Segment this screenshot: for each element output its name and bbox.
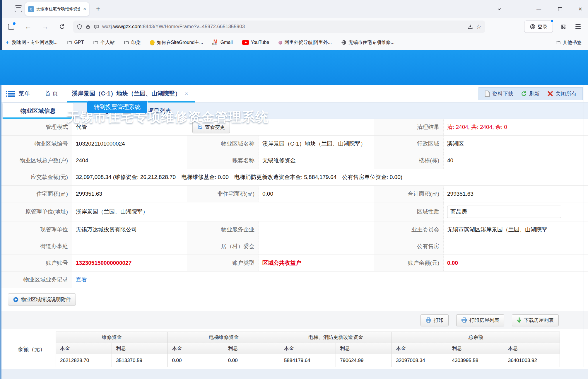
menu-hamburger-icon[interactable] [573,21,583,32]
close-all-x-icon [547,91,553,97]
balance-cell: 5884179.64 [280,354,336,367]
youtube-icon [242,40,249,45]
field-label: 清理结果 [374,119,444,135]
folder-icon [124,40,129,45]
field-label: 物业区域名称 [187,136,259,152]
close-window-button[interactable]: × [574,4,587,14]
printer-icon [425,317,431,323]
tab-title: 无锡市住宅专项维修资金管理系 [36,6,80,12]
field-label: 楼栋(栋) [374,152,444,169]
page-bottom-strip [0,369,588,379]
browser-tab[interactable]: 0 无锡市住宅专项维修资金管理系 × [25,2,89,16]
balance-section: 余额（元） 维修资金 电梯维修资金 电梯、消防更新改造资金 总余额 本金 利息 … [1,330,588,370]
bookmark-speedtest[interactable]: 测速网 - 专业网速测... [5,40,58,46]
column-header: 本金 [56,343,112,354]
list-tabs-chevron-icon[interactable] [493,4,506,14]
bookmark-alibaba[interactable]: 阿里外贸导航|阿里外... [278,40,332,46]
field-label: 应交款金额(元) [1,169,72,185]
print-house-list-button[interactable]: 打印房屋列表 [456,314,504,326]
actions-band: 打印 打印房屋列表 下载房屋列表 [1,311,588,329]
bookmark-siteground[interactable]: 如何在SiteGround主... [150,40,203,46]
back-icon[interactable]: ← [23,21,33,32]
field-value [259,221,374,238]
menu-hamburger-blue-icon[interactable] [6,90,15,97]
shield-icon[interactable] [77,24,82,30]
field-label: 街道办事处 [1,238,72,255]
bookmark-star-icon[interactable]: ☆ [476,23,481,30]
new-tab-button[interactable]: + [93,4,103,14]
other-bookmarks[interactable]: 其他书签 [555,35,582,50]
refresh-icon [521,91,527,97]
account-button[interactable]: 登录 [524,21,553,33]
minimize-button[interactable]: — [532,4,545,14]
vote-system-button[interactable]: 转到投票管理系统 [87,100,148,113]
field-value [259,238,374,255]
field-label: 非住宅面积(㎡) [187,186,259,202]
group-header: 电梯维修资金 [168,332,280,343]
tab-favicon-icon: 0 [28,6,34,12]
print-button[interactable]: 打印 [421,314,449,326]
sidebar-icon[interactable] [6,21,16,32]
firefox-view-icon[interactable] [15,5,22,12]
form-row-area-code: 物业区域编号 1032021101000024 物业区域名称 溪岸景园（C-1）… [1,136,588,152]
bookmark-gmail[interactable]: M100+ Gmail [213,40,233,45]
forward-icon[interactable]: → [40,21,50,32]
close-all-button[interactable]: 关闭所有 [547,90,577,97]
group-header: 总余额 [392,332,560,343]
home-tab[interactable]: 首 页 [45,90,58,98]
bookmark-wuxi-fund[interactable]: 无锡市住宅专项维修... [341,40,394,46]
app-header: WPM 无锡市住宅专项维修资金管理系统 转到投票管理系统 平台版本[tags]:… [0,50,588,85]
balance-cell: 36401003.92 [504,354,560,367]
window-left-edge [0,0,2,50]
globe-icon [341,40,346,45]
bookmark-folder-dyeing[interactable]: 印染 [124,40,141,46]
field-value: 299351.63 [444,186,588,202]
area-nature-input[interactable] [447,206,561,218]
reload-icon[interactable] [57,21,67,32]
content-left-edge [0,85,1,379]
bookmarks-bar: 测速网 - 专业网速测... GPT 个人站 印染 如何在SiteGround主… [0,35,588,50]
balance-table: 维修资金 电梯维修资金 电梯、消防更新改造资金 总余额 本金 利息 本金 利息 … [56,332,560,367]
menu-label[interactable]: 菜单 [18,90,30,98]
maximize-button[interactable] [553,4,566,14]
download-materials-button[interactable]: 资料下载 [485,90,513,97]
field-value: 40 [444,152,588,169]
tab-close-icon[interactable]: × [83,6,86,12]
area-info-panel: 管理模式 代管 查看变更 清理结果 清: 2404, 共: 2404, 余: 0… [1,119,588,379]
column-header: 本金 [280,343,336,354]
download-house-list-button[interactable]: 下载房屋列表 [512,314,559,326]
tab-area-info[interactable]: 物业区域信息 [2,103,74,119]
account-number-link[interactable]: 132305150000000027 [76,260,131,266]
view-records-link[interactable]: 查看 [76,276,87,284]
form-row-business-records: 物业区域业务记录 查看 [1,272,588,288]
field-label: 现管理单位 [1,221,72,238]
bulb-icon [150,40,155,45]
refresh-button[interactable]: 刷新 [521,90,540,97]
extensions-icon[interactable] [558,21,569,32]
balance-sub-header-row: 本金 利息 本金 利息 本金 利息 本金 利息 本息 [56,343,560,354]
url-bar[interactable]: wxzj.wxwgzx.com:8443/YW/Home/Frame?v=459… [73,21,485,33]
field-value: 1032021101000024 [72,136,187,152]
account-icon [530,24,536,30]
field-label: 物业区域业务记录 [1,272,72,288]
balance-group-header-row: 维修资金 电梯维修资金 电梯、消防更新改造资金 总余额 [56,332,560,343]
balance-cell: 3513370.59 [112,354,168,367]
bookmark-folder-gpt[interactable]: GPT [67,40,84,45]
column-header: 利息 [336,343,392,354]
permissions-icon[interactable] [94,24,99,30]
browser-tabstrip: 0 无锡市住宅专项维修资金管理系 × + — × [0,0,588,18]
document-tab[interactable]: 溪岸景园（C-1）地块（兰园、山湖院墅）× [72,90,188,98]
field-value: 溪岸景园（C-1）地块（兰园、山湖院墅） [259,136,374,152]
lock-icon[interactable] [85,24,91,30]
area-attachment-button[interactable]: 物业区域情况说明附件 [8,293,76,305]
document-tab-close-icon[interactable]: × [185,91,188,97]
browser-toolbar: ← → wxzj.wxwgzx.com:8443/YW/Home/Frame?v… [0,18,588,35]
field-label: 账户余额(元) [374,255,444,271]
bookmark-folder-personal[interactable]: 个人站 [93,40,114,46]
form-row-current-unit: 现管理单位 无锡万达城投资有限公司 物业服务企业 业主委员会 无锡市滨湖区溪岸景… [1,221,588,238]
download-icon[interactable] [467,24,473,30]
bookmark-youtube[interactable]: YouTube [242,40,269,45]
field-label: 合计面积(㎡) [374,186,444,202]
menubar-tools: 资料下载 刷新 关闭所有 [478,87,583,100]
form-row-area-size: 住宅面积(㎡) 299351.63 非住宅面积(㎡) 0.00 合计面积(㎡) … [1,186,588,202]
